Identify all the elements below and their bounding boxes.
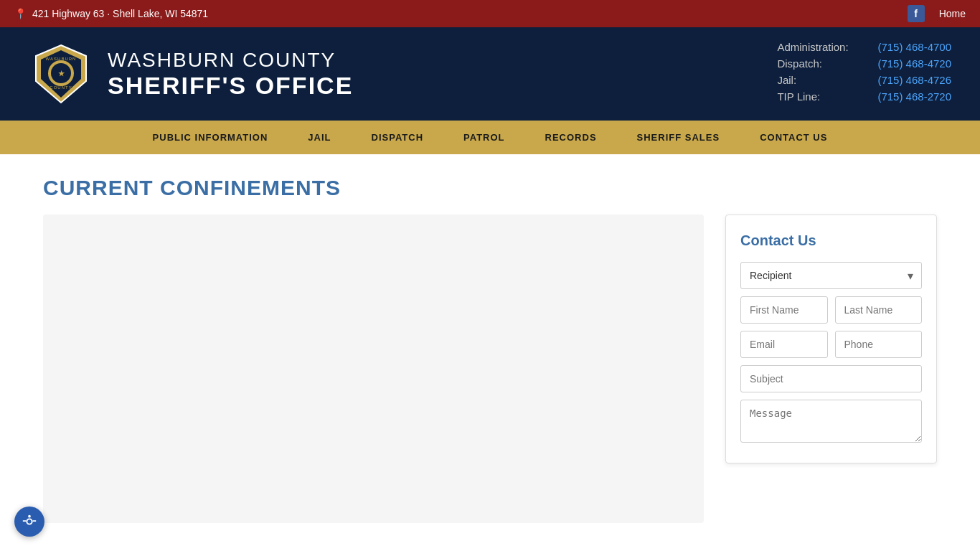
- address-text: 421 Highway 63 · Shell Lake, WI 54871: [32, 8, 208, 19]
- contact-row: Dispatch: (715) 468-4720: [777, 57, 951, 70]
- recipient-select[interactable]: Recipient: [740, 262, 922, 289]
- nav-item-jail[interactable]: JAIL: [288, 121, 351, 154]
- contact-label: TIP Line:: [777, 90, 877, 103]
- nav-item-patrol[interactable]: PATROL: [443, 121, 525, 154]
- accessibility-button[interactable]: [14, 507, 44, 537]
- site-header: ★ WASHBURN COUNTY WASHBURN COUNTY SHERIF…: [0, 27, 980, 121]
- top-bar-right: f Home: [908, 5, 966, 22]
- main-nav: PUBLIC INFORMATIONJAILDISPATCHPATROLRECO…: [0, 121, 980, 154]
- nav-item-sheriff-sales[interactable]: SHERIFF SALES: [617, 121, 740, 154]
- main-layout: Contact Us Recipient ▾: [43, 215, 937, 523]
- confinements-content: [43, 215, 704, 523]
- contact-label: Administration:: [777, 41, 877, 53]
- sheriff-logo: ★ WASHBURN COUNTY: [29, 42, 93, 106]
- address-section: 📍 421 Highway 63 · Shell Lake, WI 54871: [14, 8, 208, 19]
- nav-item-contact-us[interactable]: CONTACT US: [740, 121, 847, 154]
- first-name-input[interactable]: [740, 296, 828, 324]
- top-bar: 📍 421 Highway 63 · Shell Lake, WI 54871 …: [0, 0, 980, 27]
- email-input[interactable]: [740, 331, 828, 358]
- name-row: [740, 296, 922, 324]
- subject-input[interactable]: [740, 365, 922, 392]
- county-name: WASHBURN COUNTY: [108, 49, 353, 72]
- facebook-link[interactable]: f: [908, 5, 925, 22]
- email-phone-row: [740, 331, 922, 358]
- contact-phone[interactable]: (715) 468-4726: [877, 74, 951, 86]
- phone-input[interactable]: [835, 331, 923, 358]
- svg-point-7: [28, 515, 31, 518]
- nav-item-dispatch[interactable]: DISPATCH: [352, 121, 444, 154]
- recipient-wrapper[interactable]: Recipient ▾: [740, 262, 922, 289]
- nav-item-records[interactable]: RECORDS: [525, 121, 617, 154]
- home-link[interactable]: Home: [939, 8, 966, 19]
- svg-text:WASHBURN: WASHBURN: [46, 57, 77, 61]
- contact-phone[interactable]: (715) 468-4720: [877, 57, 951, 70]
- contact-phone[interactable]: (715) 468-4700: [877, 41, 951, 53]
- svg-text:COUNTY: COUNTY: [50, 85, 72, 90]
- accessibility-icon: [22, 514, 37, 529]
- contact-row: Jail: (715) 468-4726: [777, 74, 951, 86]
- site-title: WASHBURN COUNTY SHERIFF'S OFFICE: [108, 49, 353, 100]
- page-content: CURRENT CONFINEMENTS Contact Us Recipien…: [0, 154, 980, 545]
- nav-item-public-information[interactable]: PUBLIC INFORMATION: [133, 121, 288, 154]
- message-textarea[interactable]: [740, 400, 922, 443]
- header-contacts: Administration: (715) 468-4700Dispatch: …: [777, 41, 951, 107]
- contact-label: Dispatch:: [777, 57, 877, 70]
- last-name-input[interactable]: [835, 296, 923, 324]
- office-name: SHERIFF'S OFFICE: [108, 72, 353, 100]
- contact-row: Administration: (715) 468-4700: [777, 41, 951, 53]
- contact-form-title: Contact Us: [740, 232, 922, 249]
- svg-text:★: ★: [58, 70, 65, 77]
- contact-phone[interactable]: (715) 468-2720: [877, 90, 951, 103]
- contact-sidebar: Contact Us Recipient ▾: [725, 215, 937, 463]
- header-branding: ★ WASHBURN COUNTY WASHBURN COUNTY SHERIF…: [29, 42, 353, 106]
- contact-row: TIP Line: (715) 468-2720: [777, 90, 951, 103]
- page-title: CURRENT CONFINEMENTS: [43, 176, 937, 200]
- contact-label: Jail:: [777, 74, 877, 86]
- location-pin-icon: 📍: [14, 8, 27, 19]
